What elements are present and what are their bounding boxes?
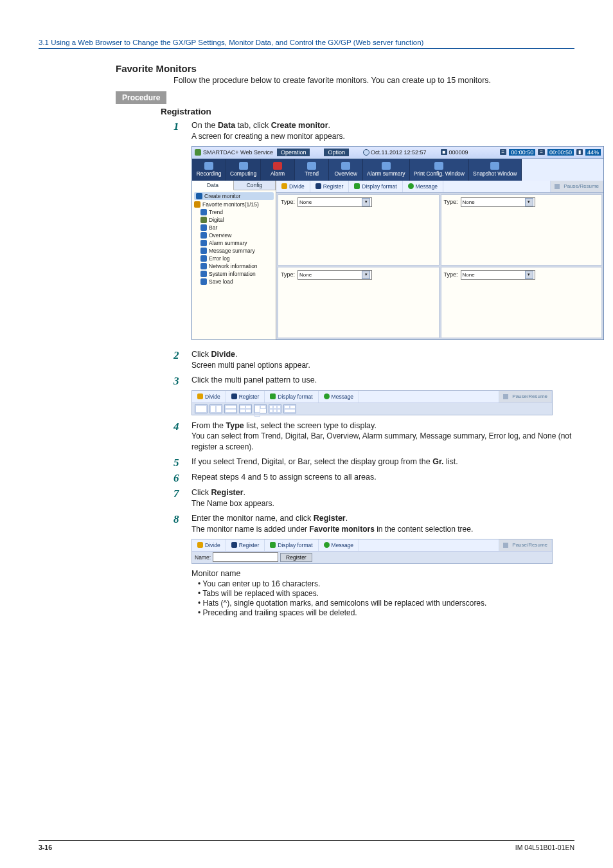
step1-note: A screen for creating a new monitor appe… (191, 132, 345, 141)
panel-cell-2: Type: None▾ (441, 194, 603, 266)
type-label: Type: (281, 199, 295, 205)
tree-alarmsummary[interactable]: Alarm summary (194, 239, 274, 247)
mn-bullet: Tabs will be replaced with spaces. (198, 589, 574, 598)
layout-3b[interactable] (283, 404, 296, 413)
layout-1x2[interactable] (224, 404, 237, 413)
alarm-icon (273, 162, 282, 170)
tb-overview[interactable]: Overview (329, 159, 363, 181)
step2-note: Screen multi panel options appear. (191, 361, 310, 370)
menu-option[interactable]: Option (324, 149, 349, 156)
tree-bar[interactable]: Bar (194, 224, 274, 231)
page-number: 3-16 (39, 844, 52, 851)
tree-errorlog[interactable]: Error log (194, 255, 274, 262)
step2-text: Click Divide. (191, 350, 238, 359)
step1-text: On the Data tab, click Create monitor. (191, 121, 330, 130)
tb-alarm[interactable]: Alarm (261, 159, 295, 181)
tree-network[interactable]: Network information (194, 262, 274, 270)
divide-icon (197, 542, 203, 548)
pause-icon (503, 543, 508, 548)
tb-trend[interactable]: Trend (295, 159, 329, 181)
app-icon (195, 149, 201, 156)
register-toolbar: Divide Register Display format Message P… (191, 539, 553, 564)
tb-recording[interactable]: Recording (192, 159, 226, 181)
tab-display-format[interactable]: Display format (265, 539, 318, 551)
tree-create-monitor[interactable]: Create monitor (194, 192, 274, 200)
usage-pct: 44% (585, 149, 601, 156)
tree-system[interactable]: System information (194, 270, 274, 278)
tab-message[interactable]: Message (319, 539, 360, 551)
chevron-down-icon: ▾ (525, 271, 533, 279)
plus-icon (196, 193, 202, 199)
tb-computing[interactable]: Computing (226, 159, 261, 181)
page-footer: 3-16 IM 04L51B01-01EN (39, 840, 574, 851)
tab-divide[interactable]: Divide (192, 391, 226, 402)
type-select-2[interactable]: None▾ (461, 197, 535, 207)
tab-pause-resume[interactable]: Pause/Resume (499, 391, 552, 402)
register-icon (231, 542, 237, 548)
app-screenshot: SMARTDAC+ Web Service Operation Option O… (191, 146, 604, 340)
alarmlist-icon (382, 162, 391, 170)
side-tab-data[interactable]: Data (192, 181, 234, 190)
type-select-3[interactable]: None▾ (298, 270, 372, 280)
tab-display-format[interactable]: Display format (349, 181, 402, 192)
tab-message[interactable]: Message (319, 391, 360, 402)
tb-snapshot[interactable]: Snapshot Window (469, 159, 522, 181)
tab-pause-resume[interactable]: Pause/Resume (499, 539, 552, 551)
editor-tabs: Divide Register Display format Message P… (276, 181, 603, 193)
tab-divide[interactable]: Divide (192, 539, 226, 551)
tree-saveload[interactable]: Save load (194, 278, 274, 285)
name-input[interactable] (213, 552, 278, 562)
tree-digital[interactable]: Digital (194, 216, 274, 224)
system-icon (200, 271, 207, 277)
layout-3x2[interactable] (269, 404, 281, 413)
tree-msgsummary[interactable]: Message summary (194, 247, 274, 255)
tab-pause-resume[interactable]: Pause/Resume (550, 181, 603, 192)
step-number: 8 (173, 513, 191, 525)
step-number: 5 (173, 457, 191, 468)
step-number: 3 (173, 375, 191, 386)
digital-icon (200, 217, 207, 223)
step-number: 6 (173, 472, 191, 484)
tab-display-format[interactable]: Display format (265, 391, 318, 402)
side-tab-config[interactable]: Config (234, 181, 276, 190)
tb-printconfig[interactable]: Print Config. Window (410, 159, 469, 181)
message-icon (324, 542, 330, 548)
tab-register[interactable]: Register (226, 391, 265, 402)
tab-message[interactable]: Message (403, 181, 444, 192)
tab-register[interactable]: Register (310, 181, 350, 192)
menu-operation[interactable]: Operation (277, 149, 310, 156)
type-select-1[interactable]: None▾ (298, 197, 372, 207)
app-title: SMARTDAC+ Web Service (203, 149, 273, 156)
tree-trend[interactable]: Trend (194, 208, 274, 216)
status-ico-1: ≡ (500, 149, 507, 155)
tab-divide[interactable]: Divide (276, 181, 310, 192)
disk-icon: ▮ (576, 149, 583, 155)
step7-note: The Name box appears. (191, 499, 274, 508)
tab-register[interactable]: Register (226, 539, 265, 551)
counter: 000009 (449, 149, 468, 156)
step8-note: The monitor name is added under Favorite… (191, 525, 473, 534)
layout-3a[interactable] (254, 404, 267, 413)
step6-text: Repeat steps 4 and 5 to assign screens t… (191, 473, 377, 482)
tb-alarmsummary[interactable]: Alarm summary (363, 159, 410, 181)
step-7: 7 Click Register. The Name box appears. (173, 487, 574, 509)
step7-text: Click Register. (191, 488, 245, 497)
divide-toolbar: Divide Register Display format Message P… (191, 390, 553, 415)
overview-icon (341, 162, 350, 170)
trend-icon (200, 209, 207, 215)
panel-cell-3: Type: None▾ (278, 267, 440, 338)
step3-text: Click the multi panel pattern to use. (191, 375, 317, 384)
type-select-4[interactable]: None▾ (461, 270, 535, 280)
register-button[interactable]: Register (280, 553, 312, 562)
step-1: 1 On the Data tab, click Create monitor.… (173, 120, 574, 142)
step5-text: If you select Trend, Digital, or Bar, se… (191, 457, 458, 466)
overview-icon (200, 232, 207, 239)
tree-favorite-monitors[interactable]: Favorite monitors(1/15) (194, 201, 274, 208)
layout-2x1[interactable] (209, 404, 222, 413)
layout-2x2[interactable] (239, 404, 252, 413)
layout-1x1[interactable] (195, 404, 208, 413)
message-icon (408, 183, 414, 189)
print-icon (434, 162, 443, 170)
star-icon (194, 201, 200, 208)
tree-overview[interactable]: Overview (194, 231, 274, 239)
